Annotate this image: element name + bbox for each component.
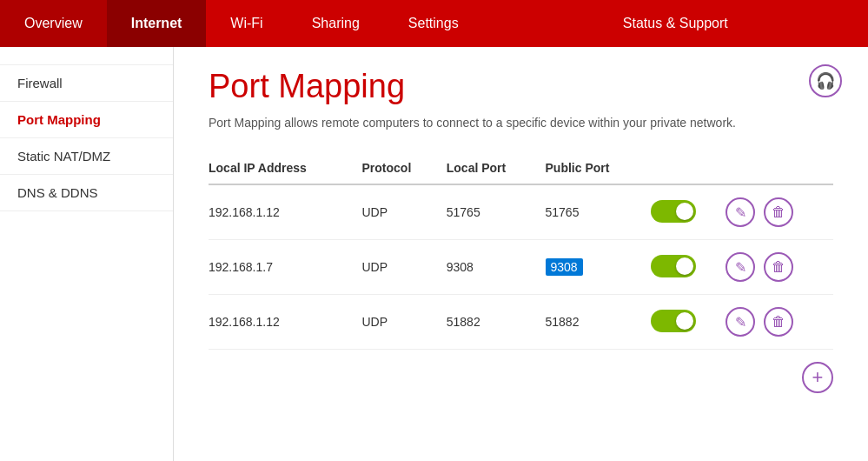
sidebar-item-port-mapping[interactable]: Port Mapping [0,102,173,138]
public-port-value: 51882 [546,315,580,329]
cell-actions: ✎ 🗑 [720,184,833,240]
nav-wifi[interactable]: Wi-Fi [206,0,287,47]
nav-status-support[interactable]: Status & Support [483,0,868,47]
sidebar: Firewall Port Mapping Static NAT/DMZ DNS… [0,47,174,461]
nav-settings[interactable]: Settings [384,0,483,47]
cell-actions: ✎ 🗑 [720,295,833,350]
cell-protocol: UDP [362,240,447,295]
nav-internet[interactable]: Internet [107,0,207,47]
cell-local-port: 51765 [447,184,546,240]
col-header-toggle [651,154,720,184]
toggle-switch-0[interactable] [651,200,696,223]
support-icon-button[interactable]: 🎧 [809,64,842,97]
cell-public-port: 51882 [546,295,651,350]
cell-public-port: 51765 [546,184,651,240]
edit-icon: ✎ [735,204,746,221]
trash-icon: 🗑 [772,204,785,220]
cell-ip: 192.168.1.12 [209,295,362,350]
table-header-row: Local IP Address Protocol Local Port Pub… [209,154,833,184]
actions-container-0: ✎ 🗑 [720,197,823,227]
toggle-switch-1[interactable] [651,255,696,277]
cell-protocol: UDP [362,184,447,240]
public-port-value: 51765 [546,205,580,219]
delete-button-1[interactable]: 🗑 [764,252,793,282]
public-port-highlighted: 9308 [546,258,583,276]
cell-ip: 192.168.1.12 [209,184,362,240]
nav-sharing[interactable]: Sharing [288,0,384,47]
table-row: 192.168.1.12 UDP 51882 51882 ✎ 🗑 [209,295,833,350]
page-description: Port Mapping allows remote computers to … [209,116,833,130]
edit-icon: ✎ [735,314,746,331]
cell-public-port: 9308 [546,240,651,295]
toggle-switch-2[interactable] [651,310,696,332]
trash-icon: 🗑 [772,314,785,330]
cell-ip: 192.168.1.7 [209,240,362,295]
sidebar-item-firewall[interactable]: Firewall [0,64,173,102]
edit-button-1[interactable]: ✎ [726,252,755,282]
add-port-mapping-button[interactable]: + [802,362,833,393]
table-row: 192.168.1.7 UDP 9308 9308 ✎ 🗑 [209,240,833,295]
cell-local-port: 51882 [447,295,546,350]
table-row: 192.168.1.12 UDP 51765 51765 ✎ 🗑 [209,184,833,240]
main-layout: Firewall Port Mapping Static NAT/DMZ DNS… [0,47,868,461]
cell-actions: ✎ 🗑 [720,240,833,295]
actions-container-1: ✎ 🗑 [720,252,823,282]
col-header-local-port: Local Port [447,154,546,184]
cell-toggle [651,184,720,240]
edit-button-0[interactable]: ✎ [726,197,755,227]
col-header-actions [720,154,833,184]
actions-container-2: ✎ 🗑 [720,307,823,337]
col-header-protocol: Protocol [362,154,447,184]
delete-button-2[interactable]: 🗑 [764,307,793,337]
headphone-icon: 🎧 [816,71,835,90]
col-header-public-port: Public Port [546,154,651,184]
nav-overview[interactable]: Overview [0,0,107,47]
sidebar-item-static-nat-dmz[interactable]: Static NAT/DMZ [0,138,173,175]
trash-icon: 🗑 [772,259,785,275]
edit-icon: ✎ [735,259,746,276]
col-header-ip: Local IP Address [209,154,362,184]
top-nav: Overview Internet Wi-Fi Sharing Settings… [0,0,868,47]
cell-protocol: UDP [362,295,447,350]
edit-button-2[interactable]: ✎ [726,307,755,337]
add-row-container: + [209,350,833,397]
delete-button-0[interactable]: 🗑 [764,197,793,227]
sidebar-item-dns-ddns[interactable]: DNS & DDNS [0,175,173,211]
cell-local-port: 9308 [447,240,546,295]
port-mapping-table: Local IP Address Protocol Local Port Pub… [209,154,833,350]
cell-toggle [651,295,720,350]
page-title: Port Mapping [209,68,833,105]
main-content: 🎧 Port Mapping Port Mapping allows remot… [174,47,868,461]
cell-toggle [651,240,720,295]
